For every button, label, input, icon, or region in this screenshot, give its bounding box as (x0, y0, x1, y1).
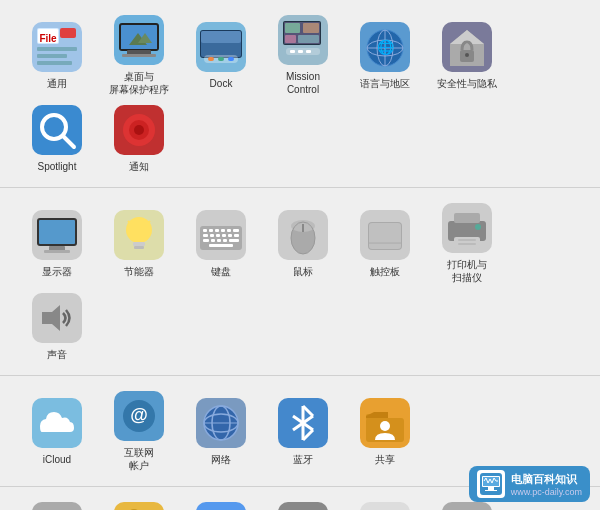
svg-rect-101 (458, 243, 476, 245)
pref-security[interactable]: 安全性与隐私 (428, 21, 506, 90)
dictation-icon-wrap (277, 501, 329, 510)
pref-sharing[interactable]: 共享 (346, 397, 424, 466)
svg-rect-85 (229, 239, 239, 242)
watermark-logo (480, 473, 502, 495)
svg-point-61 (126, 217, 152, 243)
sharing-icon (360, 398, 410, 448)
pref-general[interactable]: File 通用 (18, 21, 96, 90)
pref-dock[interactable]: Dock (182, 21, 260, 90)
svg-rect-19 (201, 31, 241, 43)
svg-rect-62 (133, 242, 145, 246)
dock-icon-wrap (195, 21, 247, 73)
pref-keyboard[interactable]: 键盘 (182, 209, 260, 278)
bluetooth-label: 蓝牙 (293, 453, 313, 466)
svg-rect-126 (32, 502, 82, 510)
pref-network[interactable]: 网络 (182, 397, 260, 466)
pref-desktop[interactable]: 桌面与屏幕保护程序 (100, 14, 178, 96)
svg-rect-140 (360, 502, 410, 510)
pref-appstore[interactable]: A App Store (182, 501, 260, 510)
pref-mouse[interactable]: 鼠标 (264, 209, 342, 278)
mouse-icon-wrap (277, 209, 329, 261)
dock-label: Dock (210, 77, 233, 90)
pref-language[interactable]: 🌐 语言与地区 (346, 21, 424, 90)
keyboard-label: 键盘 (211, 265, 231, 278)
svg-point-102 (475, 224, 481, 230)
icloud-label: iCloud (43, 453, 71, 466)
svg-rect-29 (285, 35, 296, 43)
svg-rect-81 (203, 239, 209, 242)
svg-rect-86 (209, 244, 233, 247)
pref-internet[interactable]: @ 互联网帐户 (100, 390, 178, 472)
language-label: 语言与地区 (360, 77, 410, 90)
pref-icloud[interactable]: iCloud (18, 397, 96, 466)
pref-bluetooth[interactable]: 蓝牙 (264, 397, 342, 466)
svg-point-54 (134, 125, 144, 135)
svg-rect-33 (298, 50, 303, 53)
pref-startup[interactable]: ? ? 启动磁盘 (428, 501, 506, 510)
network-icon-wrap (195, 397, 247, 449)
pref-sound[interactable]: 声音 (18, 292, 96, 361)
pref-display[interactable]: 显示器 (18, 209, 96, 278)
svg-rect-15 (121, 45, 157, 49)
svg-point-47 (465, 53, 469, 57)
network-icon (196, 398, 246, 448)
svg-rect-94 (369, 223, 401, 249)
pref-spotlight[interactable]: Spotlight (18, 104, 96, 173)
svg-rect-76 (210, 234, 214, 237)
display-icon-wrap (31, 209, 83, 261)
svg-rect-27 (285, 23, 300, 33)
svg-rect-72 (221, 229, 225, 232)
svg-rect-180 (485, 490, 497, 491)
section-personal: File 通用 (0, 0, 600, 188)
notification-icon (114, 105, 164, 155)
svg-rect-100 (458, 239, 476, 241)
svg-rect-71 (215, 229, 219, 232)
spotlight-icon (32, 105, 82, 155)
pref-dictation[interactable]: 听写与语音 (264, 501, 342, 510)
svg-rect-78 (222, 234, 226, 237)
security-icon-wrap (441, 21, 493, 73)
system-preferences: File 通用 (0, 0, 600, 510)
mouse-icon (278, 210, 328, 260)
svg-rect-32 (290, 50, 295, 53)
trackpad-icon (360, 210, 410, 260)
pref-notification[interactable]: 通知 (100, 104, 178, 173)
mission-icon-wrap (277, 14, 329, 66)
watermark-site: www.pc-daily.com (511, 487, 582, 497)
trackpad-icon-wrap (359, 209, 411, 261)
dictation-icon (278, 502, 328, 510)
pref-users[interactable]: 用户与群组 (18, 501, 96, 510)
svg-rect-30 (298, 35, 319, 43)
svg-text:@: @ (130, 405, 148, 425)
svg-rect-12 (122, 54, 156, 57)
dock-icon (196, 22, 246, 72)
svg-rect-129 (114, 502, 164, 510)
svg-rect-98 (454, 213, 480, 223)
section-hardware: 显示器 节能器 (0, 188, 600, 376)
spotlight-icon-wrap (31, 104, 83, 156)
appstore-icon-wrap: A (195, 501, 247, 510)
mission-icon (278, 15, 328, 65)
general-icon-wrap: File (31, 21, 83, 73)
language-icon-wrap: 🌐 (359, 21, 411, 73)
desktop-icon (114, 15, 164, 65)
startup-icon-wrap: ? ? (441, 501, 493, 510)
svg-rect-84 (223, 239, 227, 242)
internet-icon: @ (114, 391, 164, 441)
watermark-icon (477, 470, 505, 498)
parental-icon-wrap (113, 501, 165, 510)
pref-trackpad[interactable]: 触控板 (346, 209, 424, 278)
sharing-label: 共享 (375, 453, 395, 466)
pref-mission[interactable]: MissionControl (264, 14, 342, 96)
pref-datetime[interactable]: 18 Su Mo Tu We 1 2 3 4 日期与时间 (346, 501, 424, 510)
svg-rect-22 (218, 57, 224, 61)
pref-parental[interactable]: 家长控制 (100, 501, 178, 510)
pref-energy[interactable]: 节能器 (100, 209, 178, 278)
svg-rect-153 (442, 502, 492, 510)
mouse-label: 鼠标 (293, 265, 313, 278)
svg-rect-69 (203, 229, 207, 232)
pref-printer[interactable]: 打印机与扫描仪 (428, 202, 506, 284)
svg-rect-70 (209, 229, 213, 232)
trackpad-label: 触控板 (370, 265, 400, 278)
svg-rect-82 (211, 239, 215, 242)
